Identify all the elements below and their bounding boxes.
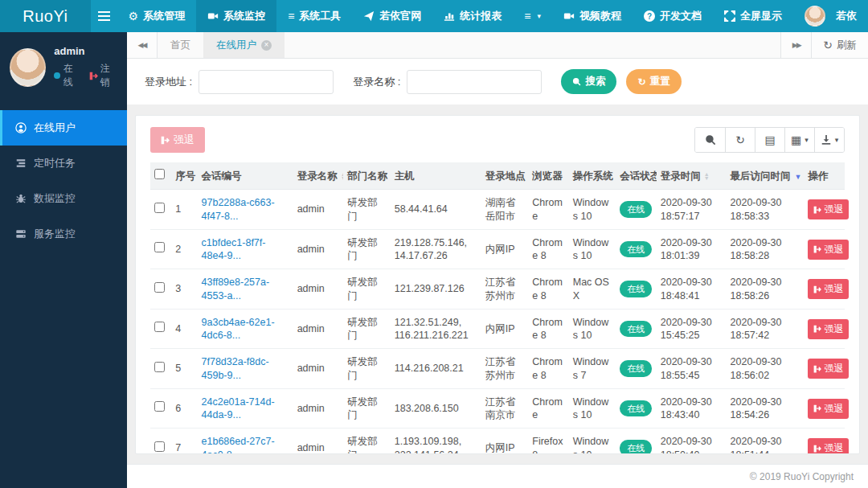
status-badge: 在线 (620, 241, 652, 257)
sidebar-user-status: 在线 (63, 62, 81, 89)
force-logout-icon (813, 206, 821, 214)
operating-system: Windows 10 (569, 429, 616, 454)
logout-link[interactable]: 注销 (89, 62, 117, 89)
force-logout-row-button[interactable]: 强退 (808, 240, 849, 260)
session-id-link[interactable]: 9a3cb4ae-62e1-4dc6-8... (198, 309, 293, 349)
nav-menu-dropdown[interactable]: ≡ ▾ (513, 0, 552, 32)
force-logout-row-button[interactable]: 强退 (808, 319, 849, 339)
nav-item-dev-docs[interactable]: ? 开发文档 (633, 0, 713, 32)
sidebar-item-service-monitor[interactable]: 服务监控 (0, 216, 127, 252)
browser: Chrome (528, 190, 568, 230)
columns-button[interactable]: ▦▾ (784, 128, 814, 152)
sort-icon[interactable]: ▲▼ (704, 172, 710, 180)
nav-item-official-site[interactable]: 若依官网 (352, 0, 432, 32)
close-icon[interactable]: × (261, 40, 272, 51)
refresh-table-button[interactable]: ↻ (725, 128, 755, 152)
last-access-time: 2020-09-30 18:58:26 (727, 269, 805, 310)
table-header: 序号会话编号登录名称▲▼部门名称主机登录地点浏览器操作系统会话状态登录时间▲▼最… (150, 162, 845, 190)
detail-view-button[interactable]: ▤ (755, 128, 784, 152)
login-name: admin (293, 388, 344, 429)
column-header: 会话状态 (616, 162, 656, 190)
logout-icon (89, 72, 98, 80)
force-logout-row-button[interactable]: 强退 (808, 359, 849, 379)
column-header[interactable]: 登录名称▲▼ (293, 162, 344, 190)
force-logout-icon (813, 245, 821, 253)
tab-home[interactable]: 首页 (158, 32, 203, 58)
user-menu[interactable]: 若依 (793, 0, 868, 32)
row-checkbox[interactable] (154, 322, 165, 332)
session-status-cell: 在线 (616, 388, 656, 429)
force-logout-icon (813, 365, 821, 373)
tabs-scroll-right-button[interactable]: ▶▶ (780, 32, 811, 58)
sidebar-item-data-monitor[interactable]: 数据监控 (0, 181, 127, 216)
reset-button[interactable]: ↻ 重置 (626, 69, 681, 94)
tabs-scroll-left-button[interactable]: ◀◀ (127, 32, 158, 58)
session-id-link[interactable]: c1bfdec1-8f7f-48e4-9... (198, 229, 293, 269)
session-id-link[interactable]: e1b686ed-27c7-4ac0-8... (198, 429, 293, 454)
nav-item-statistics[interactable]: 统计报表 (432, 0, 513, 32)
table-row: 624c2e01a-714d-44da-9...admin研发部门183.208… (150, 388, 845, 429)
session-id-link[interactable]: 24c2e01a-714d-44da-9... (198, 388, 293, 429)
tab-refresh-button[interactable]: ↻ 刷新 (811, 32, 868, 58)
session-id-link[interactable]: 43ff89e8-257a-4553-a... (198, 269, 293, 310)
row-checkbox[interactable] (154, 203, 165, 213)
login-address-input[interactable] (199, 70, 334, 94)
nav-label: 统计报表 (460, 9, 502, 23)
column-header: 会话编号 (198, 162, 293, 190)
nav-item-system-tools[interactable]: ≡ 系统工具 (276, 0, 352, 32)
column-header[interactable]: 登录时间▲▼ (657, 162, 727, 190)
nav-item-video-tutorial[interactable]: 视频教程 (552, 0, 633, 32)
row-checkbox[interactable] (154, 362, 165, 372)
sidebar-item-scheduled-tasks[interactable]: 定时任务 (0, 146, 127, 181)
row-action-cell: 强退 (804, 388, 845, 429)
tab-online-users[interactable]: 在线用户 × (203, 32, 285, 58)
force-logout-icon (813, 325, 821, 333)
topnav-right: 视频教程 ? 开发文档 全屏显示 若依 (552, 0, 868, 32)
row-checkbox[interactable] (154, 282, 165, 293)
sidebar-item-online-users[interactable]: 在线用户 (0, 110, 127, 146)
login-time: 2020-09-30 18:55:45 (657, 349, 727, 389)
session-id-link[interactable]: 97b2288a-c663-4f47-8... (198, 190, 293, 230)
sort-desc-icon[interactable]: ▼ (795, 173, 802, 181)
nav-item-fullscreen[interactable]: 全屏显示 (713, 0, 793, 32)
online-dot-icon (54, 72, 59, 79)
login-location: 内网IP (481, 229, 529, 269)
row-checkbox[interactable] (154, 441, 165, 452)
row-seq: 6 (171, 388, 197, 429)
force-logout-batch-button[interactable]: 强退 (150, 127, 205, 153)
select-all-checkbox[interactable] (154, 169, 165, 179)
login-location: 内网IP (481, 309, 529, 349)
row-checkbox[interactable] (154, 401, 165, 412)
session-status-cell: 在线 (616, 429, 656, 454)
force-logout-row-button[interactable]: 强退 (808, 279, 849, 299)
login-name-input[interactable] (407, 70, 542, 94)
search-button[interactable]: 搜索 (561, 69, 616, 94)
sidebar-item-label: 在线用户 (34, 121, 76, 135)
browser: Chrome 8 (528, 229, 568, 269)
detail-view-icon: ▤ (764, 134, 775, 146)
column-header: 主机 (391, 162, 481, 190)
gear-icon: ⚙ (129, 10, 139, 22)
sort-icon[interactable]: ▲▼ (341, 172, 344, 180)
force-logout-row-button[interactable]: 强退 (808, 199, 849, 219)
nav-item-system-monitor[interactable]: 系统监控 (196, 0, 276, 32)
column-header[interactable]: 最后访问时间▼ (727, 162, 805, 190)
export-button[interactable]: ▾ (814, 128, 844, 152)
force-logout-row-button[interactable]: 强退 (808, 438, 849, 454)
force-logout-icon (813, 445, 821, 453)
top-navbar: RuoYi ⚙ 系统管理 系统监控 ≡ 系统工具 若依官网 统计报表 ≡ ▾ (0, 0, 868, 32)
row-seq: 1 (171, 190, 197, 230)
avatar[interactable] (10, 48, 46, 87)
browser: Chrome 8 (528, 309, 568, 349)
sidebar-user-panel: admin 在线 注销 (0, 32, 127, 104)
chart-icon (444, 10, 455, 22)
session-id-link[interactable]: 7f78d32a-f8dc-459b-9... (198, 349, 293, 389)
sidebar-toggle-button[interactable] (91, 0, 117, 32)
row-action-cell: 强退 (804, 349, 845, 389)
force-logout-row-button[interactable]: 强退 (808, 399, 849, 419)
toggle-search-button[interactable] (695, 128, 725, 152)
row-checkbox[interactable] (154, 242, 165, 252)
brand-logo[interactable]: RuoYi (0, 0, 91, 32)
nav-item-system-manage[interactable]: ⚙ 系统管理 (117, 0, 197, 32)
session-status-cell: 在线 (616, 309, 656, 349)
